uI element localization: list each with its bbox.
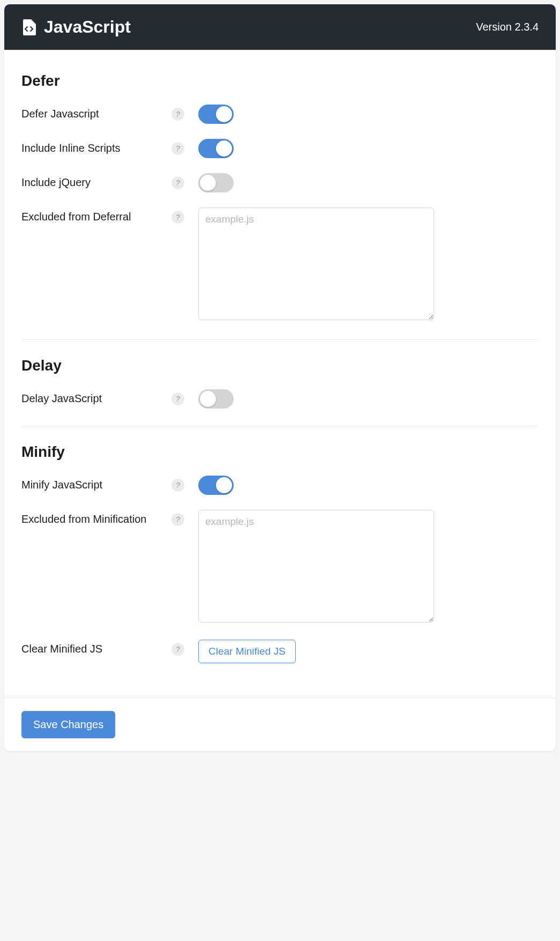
save-button[interactable]: Save Changes bbox=[21, 711, 115, 738]
row-defer-js: Defer Javascript ? bbox=[21, 105, 539, 124]
excluded-deferral-input[interactable] bbox=[198, 208, 434, 320]
row-include-inline: Include Inline Scripts ? bbox=[21, 139, 539, 158]
section-minify: Minify Minify JavaScript ? Excluded from… bbox=[21, 426, 539, 680]
version-label: Version 2.3.4 bbox=[476, 21, 539, 33]
file-code-icon bbox=[21, 20, 36, 35]
help-icon[interactable]: ? bbox=[171, 643, 184, 656]
label-excluded-deferral: Excluded from Deferral bbox=[21, 208, 171, 223]
label-clear-minified: Clear Minified JS bbox=[21, 640, 171, 655]
help-icon[interactable]: ? bbox=[171, 211, 184, 224]
header-left: JavaScript bbox=[21, 17, 131, 37]
help-icon[interactable]: ? bbox=[171, 479, 184, 492]
toggle-minify-js[interactable] bbox=[198, 476, 234, 495]
row-excluded-minification: Excluded from Minification ? bbox=[21, 510, 539, 625]
panel-content: Defer Defer Javascript ? Include Inline … bbox=[4, 50, 556, 698]
label-include-inline: Include Inline Scripts bbox=[21, 139, 171, 154]
section-delay: Delay Delay JavaScript ? bbox=[21, 339, 539, 426]
row-include-jquery: Include jQuery ? bbox=[21, 173, 539, 192]
page-title: JavaScript bbox=[44, 17, 131, 37]
label-include-jquery: Include jQuery bbox=[21, 173, 171, 189]
section-title-defer: Defer bbox=[21, 72, 539, 90]
panel-footer: Save Changes bbox=[4, 698, 556, 751]
toggle-knob bbox=[216, 140, 232, 157]
toggle-knob bbox=[216, 477, 232, 493]
section-defer: Defer Defer Javascript ? Include Inline … bbox=[21, 55, 539, 339]
row-minify-js: Minify JavaScript ? bbox=[21, 476, 539, 495]
label-defer-js: Defer Javascript bbox=[21, 105, 171, 120]
toggle-knob bbox=[216, 106, 232, 122]
toggle-knob bbox=[200, 175, 216, 191]
help-icon[interactable]: ? bbox=[171, 108, 184, 121]
excluded-minification-input[interactable] bbox=[198, 510, 434, 623]
section-title-minify: Minify bbox=[21, 443, 539, 461]
toggle-defer-js[interactable] bbox=[198, 105, 234, 124]
help-icon[interactable]: ? bbox=[171, 513, 184, 526]
label-minify-js: Minify JavaScript bbox=[21, 476, 171, 491]
label-delay-js: Delay JavaScript bbox=[21, 389, 171, 405]
help-icon[interactable]: ? bbox=[171, 392, 184, 405]
toggle-delay-js[interactable] bbox=[198, 389, 234, 409]
row-clear-minified: Clear Minified JS ? Clear Minified JS bbox=[21, 640, 539, 663]
settings-panel: JavaScript Version 2.3.4 Defer Defer Jav… bbox=[4, 4, 556, 751]
toggle-include-jquery[interactable] bbox=[198, 173, 234, 192]
help-icon[interactable]: ? bbox=[171, 176, 184, 189]
clear-minified-button[interactable]: Clear Minified JS bbox=[198, 640, 296, 663]
help-icon[interactable]: ? bbox=[171, 142, 184, 155]
toggle-include-inline[interactable] bbox=[198, 139, 234, 158]
panel-header: JavaScript Version 2.3.4 bbox=[4, 4, 556, 50]
label-excluded-minification: Excluded from Minification bbox=[21, 510, 171, 525]
section-title-delay: Delay bbox=[21, 357, 539, 374]
row-excluded-deferral: Excluded from Deferral ? bbox=[21, 208, 539, 322]
toggle-knob bbox=[200, 391, 216, 407]
row-delay-js: Delay JavaScript ? bbox=[21, 389, 539, 409]
